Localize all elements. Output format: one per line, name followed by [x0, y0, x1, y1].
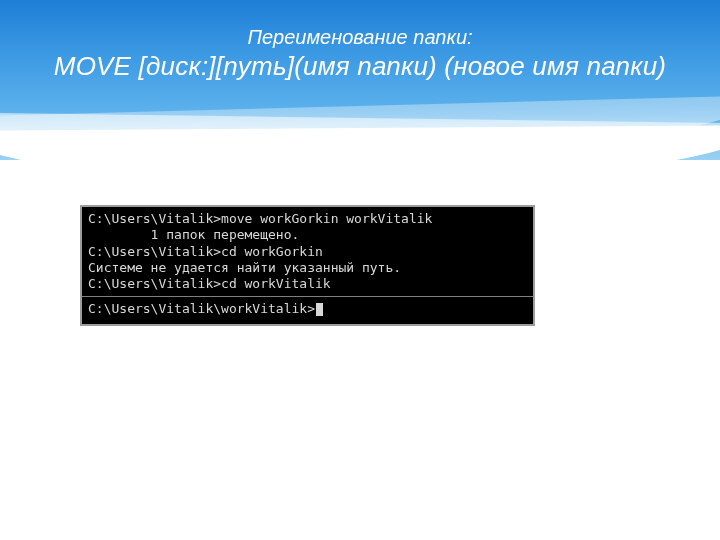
console-text: C:\Users\Vitalik>move workGorkin workVit… [82, 207, 533, 324]
console-line: C:\Users\Vitalik\workVitalik> [88, 301, 527, 317]
console-separator [82, 296, 533, 297]
slide: Переименование папки: MOVE [диск:][путь]… [0, 0, 720, 540]
cursor [316, 303, 323, 316]
slide-subtitle: Переименование папки: [0, 26, 720, 49]
console-line: C:\Users\Vitalik>cd workGorkin [88, 244, 527, 260]
console-line: C:\Users\Vitalik>cd workVitalik [88, 276, 527, 292]
console-screenshot: C:\Users\Vitalik>move workGorkin workVit… [80, 205, 535, 326]
slide-title: MOVE [диск:][путь](имя папки) (новое имя… [0, 51, 720, 82]
console-line: Системе не удается найти указанный путь. [88, 260, 527, 276]
title-block: Переименование папки: MOVE [диск:][путь]… [0, 26, 720, 82]
console-line: C:\Users\Vitalik>move workGorkin workVit… [88, 211, 527, 227]
console-line: 1 папок перемещено. [88, 227, 527, 243]
